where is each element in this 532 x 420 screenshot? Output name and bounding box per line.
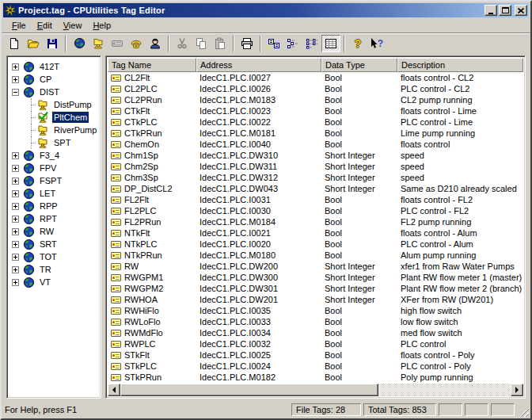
expand-toggle-icon[interactable] (12, 266, 19, 273)
open-file-button[interactable] (24, 35, 43, 52)
help-button[interactable]: ? (348, 35, 367, 52)
expand-toggle-icon[interactable] (12, 152, 19, 159)
scrollbar-thumb[interactable] (120, 384, 378, 396)
tree-item-vt[interactable]: VT (10, 276, 99, 288)
table-row-rwgpm1[interactable]: RWGPM1IdecC1.PLC.DW300Short IntegerPlant… (108, 272, 523, 283)
table-row-cl2flt[interactable]: CL2FltIdecC1.PLC.I0027Boolfloats control… (108, 72, 523, 83)
menu-item-view[interactable]: View (58, 19, 88, 32)
column-header-address[interactable]: Address (196, 58, 321, 72)
network-folder-button[interactable] (89, 35, 108, 52)
table-row-cl2prun[interactable]: CL2PRunIdecC1.PLC.M0183BoolCL2 pump runn… (108, 94, 523, 105)
menu-item-help[interactable]: Help (87, 19, 116, 32)
tree-item-let[interactable]: LET (10, 187, 99, 200)
tree-item-srt[interactable]: SRT (10, 238, 99, 250)
context-help-button[interactable]: ? (367, 35, 386, 52)
tree-item-fspt[interactable]: FSPT (10, 174, 99, 187)
cell-address: IdecC1.PLC.I0023 (196, 106, 321, 116)
tree-item-tr[interactable]: TR (10, 263, 99, 276)
scroll-right-button[interactable] (511, 384, 523, 396)
globe-icon (22, 73, 35, 86)
table-row-fl2plc[interactable]: FL2PLCIdecC1.PLC.I0030BoolPLC control - … (108, 205, 523, 216)
table-row-chemon[interactable]: ChemOnIdecC1.PLC.I0040Boolfloats control (108, 139, 523, 150)
table-row-rwhiflo[interactable]: RWHiFloIdecC1.PLC.I0035Boolhigh flow swi… (108, 305, 523, 316)
tree-item-distpump[interactable]: DistPump (10, 98, 99, 111)
scroll-left-button[interactable] (108, 384, 120, 396)
expand-toggle-icon[interactable] (12, 165, 19, 172)
expand-toggle-icon[interactable] (12, 228, 19, 235)
tree-item-rpp[interactable]: RPP (10, 200, 99, 212)
list-view-button[interactable] (302, 35, 321, 52)
table-row-chm3sp[interactable]: Chm3SpIdecC1.PLC.DW312Short Integerspeed (108, 172, 523, 183)
tree-item-rpt[interactable]: RPT (10, 212, 99, 225)
cell-data-type: Bool (321, 217, 397, 227)
table-row-chm1sp[interactable]: Chm1SpIdecC1.PLC.DW310Short Integerspeed (108, 150, 523, 161)
tree-item-412t[interactable]: 412T (10, 60, 99, 73)
cell-tag-name: ChemOn (124, 139, 159, 149)
menu-item-file[interactable]: File (6, 19, 32, 32)
tree-item-label: RiverPump (52, 124, 98, 136)
maximize-button[interactable] (499, 5, 511, 16)
expand-toggle-icon[interactable] (12, 254, 19, 261)
table-row-fl2prun[interactable]: FL2PRunIdecC1.PLC.M0184BoolFL2 pump runn… (108, 216, 523, 227)
minimize-button[interactable] (484, 5, 497, 16)
tag-icon (111, 108, 121, 115)
large-icons-view-button[interactable] (264, 35, 283, 52)
column-header-description[interactable]: Description (397, 58, 523, 72)
table-row-ntkflt[interactable]: NTkFltIdecC1.PLC.I0021Boolfloats control… (108, 227, 523, 239)
expand-toggle-icon[interactable] (12, 203, 19, 210)
table-row-rw[interactable]: RWIdecC1.PLC.DW200Short Integerxfer1 fro… (108, 261, 523, 272)
table-row-ntkplc[interactable]: NTkPLCIdecC1.PLC.I0020BoolPLC control - … (108, 239, 523, 250)
collapse-toggle-icon[interactable] (12, 89, 19, 96)
table-row-rwmdflo[interactable]: RWMdFloIdecC1.PLC.I0034Boolmed flow swit… (108, 327, 523, 338)
resize-grip[interactable] (519, 407, 529, 417)
table-row-cl2plc[interactable]: CL2PLCIdecC1.PLC.I0026BoolPLC control - … (108, 83, 523, 94)
table-row-rwloflo[interactable]: RWLoFloIdecC1.PLC.I0033Boollow flow swit… (108, 316, 523, 327)
table-row-rwhoa[interactable]: RWHOAIdecC1.PLC.DW201Short IntegerXFer f… (108, 294, 523, 305)
table-row-dp_distcl2[interactable]: DP_DistCL2IdecC1.PLC.DW043Short IntegerS… (108, 183, 523, 194)
user-button[interactable] (146, 35, 165, 52)
table-row-rwplc[interactable]: RWPLCIdecC1.PLC.I0032BoolPLC control (108, 338, 523, 349)
phone-button[interactable] (127, 35, 146, 52)
app-icon[interactable] (5, 5, 16, 16)
small-icons-view-button[interactable] (283, 35, 302, 52)
menu-item-edit[interactable]: Edit (32, 19, 58, 32)
expand-toggle-icon[interactable] (12, 279, 19, 286)
table-row-chm2sp[interactable]: Chm2SpIdecC1.PLC.DW311Short Integerspeed (108, 161, 523, 172)
table-row-ntkprun[interactable]: NTkPRunIdecC1.PLC.M0180BoolAlum pump run… (108, 250, 523, 261)
table-row-rwgpm2[interactable]: RWGPM2IdecC1.PLC.DW301Short IntegerPlant… (108, 283, 523, 294)
expand-toggle-icon[interactable] (12, 216, 19, 223)
table-row-stkflt[interactable]: STkFltIdecC1.PLC.I0025Boolfloats control… (108, 349, 523, 361)
tree-item-rw[interactable]: RW (10, 225, 99, 238)
table-row-ctkprun[interactable]: CTkPRunIdecC1.PLC.M0181BoolLime pump run… (108, 128, 523, 139)
column-header-tag-name[interactable]: Tag Name (108, 58, 196, 72)
globe-button[interactable] (70, 35, 89, 52)
expand-toggle-icon[interactable] (12, 76, 19, 83)
table-row-ctkplc[interactable]: CTkPLCIdecC1.PLC.I0022BoolPLC control - … (108, 116, 523, 128)
table-row-stkplc[interactable]: STkPLCIdecC1.PLC.I0024BoolPLC control - … (108, 361, 523, 372)
new-document-button[interactable] (5, 35, 24, 52)
new-document-icon (8, 37, 21, 50)
tree-item-fpv[interactable]: FPV (10, 162, 99, 174)
table-row-ctkflt[interactable]: CTkFltIdecC1.PLC.I0023Boolfloats control… (108, 105, 523, 116)
horizontal-scrollbar[interactable] (108, 384, 523, 396)
details-view-button[interactable] (321, 35, 340, 52)
expand-toggle-icon[interactable] (12, 190, 19, 197)
tree-item-f3_4[interactable]: F3_4 (10, 149, 99, 162)
scrollbar-track[interactable] (378, 384, 511, 396)
tree-item-dist[interactable]: DIST (10, 86, 99, 98)
table-row-fl2flt[interactable]: FL2FltIdecC1.PLC.I0031Boolfloats control… (108, 194, 523, 205)
save-file-button[interactable] (43, 35, 62, 52)
expand-toggle-icon[interactable] (12, 241, 19, 248)
tree-item-tot[interactable]: TOT (10, 250, 99, 263)
tree-item-cp[interactable]: CP (10, 73, 99, 86)
tree-item-spt[interactable]: SPT (10, 136, 99, 149)
tree-item-pltchem[interactable]: PltChem (10, 111, 99, 124)
tree-item-riverpump[interactable]: RiverPump (10, 124, 99, 136)
close-button[interactable] (515, 5, 527, 16)
table-row-stkprun[interactable]: STkPRunIdecC1.PLC.M0182BoolPoly pump run… (108, 372, 523, 383)
column-header-data-type[interactable]: Data Type (321, 58, 397, 72)
expand-toggle-icon[interactable] (12, 178, 19, 185)
cell-description: Alum pump running (397, 250, 523, 260)
expand-toggle-icon[interactable] (12, 63, 19, 71)
print-button[interactable] (238, 35, 256, 52)
